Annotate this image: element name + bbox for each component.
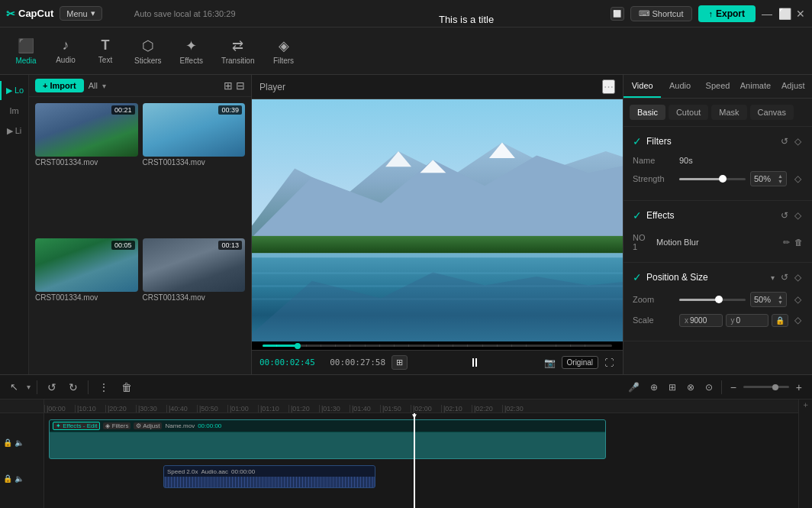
fullscreen-button[interactable]: ⛶	[603, 356, 615, 370]
video-clip[interactable]: ✦ Effects - Edit ◈ Filters ⚙ Adjust Name…	[49, 419, 606, 459]
strength-reset[interactable]: ◇	[793, 172, 803, 186]
library-sidebar-tab[interactable]: ▶ Li	[0, 121, 28, 141]
audio-lock-button[interactable]: 🔒	[3, 474, 12, 483]
subtab-basic[interactable]: Basic	[630, 105, 665, 120]
strength-up[interactable]: ▲	[778, 173, 783, 179]
zoom-down[interactable]: ▼	[778, 299, 783, 305]
tab-speed[interactable]: Speed	[699, 75, 736, 98]
effects-tag[interactable]: ✦ Effects - Edit	[53, 422, 100, 430]
undo-button[interactable]: ↺	[44, 379, 60, 396]
filename-0: CRST001334.mov	[35, 157, 138, 168]
track-button[interactable]: ⊞	[665, 380, 680, 395]
list-view[interactable]: ⊟	[236, 79, 245, 92]
zoom-up[interactable]: ▲	[778, 294, 783, 299]
position-history[interactable]: ◇	[793, 270, 803, 284]
strength-row: Strength 50% ▲ ▼ ◇	[633, 171, 803, 186]
media-item-2[interactable]: 00:05 CRST001334.mov	[35, 238, 138, 369]
zoom-input[interactable]: 50% ▲ ▼	[750, 292, 787, 307]
effect-number: NO 1	[633, 233, 652, 251]
copy-button[interactable]: ⊙	[701, 380, 717, 395]
video-track[interactable]: ✦ Effects - Edit ◈ Filters ⚙ Adjust Name…	[49, 419, 606, 459]
filters-tag[interactable]: ◈ Filters	[103, 422, 130, 429]
position-chevron[interactable]: ▾	[771, 273, 775, 282]
effect-delete-button[interactable]: 🗑	[794, 238, 803, 247]
tool-stickers[interactable]: ⬡ Stickers	[127, 33, 169, 70]
snapshot-button[interactable]: 📷	[543, 356, 557, 370]
subtab-mask[interactable]: Mask	[711, 105, 746, 120]
strength-input[interactable]: 50% ▲ ▼	[750, 171, 787, 186]
unlink-button[interactable]: ⊗	[683, 380, 698, 395]
audio-track[interactable]: Speed 2.0x Audio.aac 00:00:00	[163, 465, 375, 488]
position-reset[interactable]: ↺	[779, 270, 790, 284]
maximize-button[interactable]: ⬜	[778, 8, 789, 19]
subtab-cutout[interactable]: Cutout	[669, 105, 708, 120]
import-sidebar-tab[interactable]: Im	[0, 102, 28, 120]
shortcut-button[interactable]: ⌨ Shortcut	[630, 6, 692, 21]
grid-view[interactable]: ⊞	[224, 79, 233, 92]
filters-icon: ◈	[279, 37, 289, 54]
zoom-reset[interactable]: ◇	[793, 293, 803, 306]
audio-extract-button[interactable]: ⊕	[646, 380, 662, 395]
local-sidebar-tab[interactable]: ▶ Lo	[0, 81, 28, 100]
media-item-1[interactable]: 00:39 CRST001334.mov	[143, 103, 246, 234]
zoom-in-button[interactable]: +	[792, 379, 806, 396]
effects-history[interactable]: ◇	[793, 209, 803, 222]
monitor-icon[interactable]: ⬜	[611, 7, 624, 21]
mic-button[interactable]: 🎤	[624, 380, 643, 395]
tool-media[interactable]: ⬛ Media	[8, 33, 44, 70]
scale-x-input[interactable]: x 9000	[679, 314, 723, 327]
duration-3: 00:13	[218, 241, 242, 250]
tool-filters[interactable]: ◈ Filters	[266, 33, 302, 70]
subtab-canvas[interactable]: Canvas	[750, 105, 794, 120]
all-filter-label[interactable]: All	[89, 81, 98, 90]
tool-text[interactable]: T Text	[87, 33, 124, 69]
delete-button[interactable]: 🗑	[118, 379, 136, 396]
video-lock-button[interactable]: 🔒	[3, 438, 12, 447]
player-menu-button[interactable]: ⋯	[602, 79, 615, 94]
play-pause-button[interactable]: ⏸	[469, 356, 481, 370]
filters-reset[interactable]: ↺	[779, 134, 790, 148]
media-item-3[interactable]: 00:13 CRST001334.mov	[143, 238, 246, 369]
tool-audio[interactable]: ♪ Audio	[47, 33, 84, 69]
tool-effects[interactable]: ✦ Effects	[172, 33, 211, 70]
scale-y-input[interactable]: y 0	[726, 314, 769, 327]
zoom-slider[interactable]	[743, 386, 789, 388]
tool-transition[interactable]: ⇄ Transition	[214, 33, 263, 70]
select-chevron[interactable]: ▾	[27, 383, 31, 391]
audio-mute-button[interactable]: 🔈	[14, 474, 24, 483]
position-check[interactable]: ✓	[633, 271, 642, 283]
filters-check[interactable]: ✓	[633, 135, 642, 147]
strength-slider[interactable]	[679, 178, 746, 180]
select-tool-button[interactable]: ↖	[6, 379, 22, 395]
effects-check[interactable]: ✓	[633, 209, 642, 222]
minimize-button[interactable]: —	[762, 8, 772, 19]
project-title[interactable]: This is a title	[439, 14, 494, 25]
tab-video[interactable]: Video	[624, 75, 661, 98]
export-button[interactable]: ↑ Export	[698, 5, 756, 22]
strength-down[interactable]: ▼	[778, 179, 783, 184]
import-btn[interactable]: +Import	[35, 79, 84, 92]
tab-audio[interactable]: Audio	[661, 75, 698, 98]
zoom-out-button[interactable]: −	[727, 379, 740, 396]
close-button[interactable]: ✕	[795, 8, 806, 19]
effects-header: ✓ Effects ↺ ◇	[633, 209, 803, 222]
scale-lock-button[interactable]: 🔒	[772, 314, 788, 327]
progress-bar[interactable]	[263, 345, 612, 347]
effects-reset[interactable]: ↺	[779, 209, 790, 222]
media-item-0[interactable]: 00:21 CRST001334.mov	[35, 103, 138, 234]
scale-reset[interactable]: ◇	[793, 313, 803, 327]
original-badge[interactable]: Original	[562, 356, 598, 369]
tab-animate[interactable]: Animate	[736, 75, 774, 98]
split-button[interactable]: ⋮	[95, 379, 113, 396]
redo-button[interactable]: ↻	[65, 379, 82, 396]
audio-clip[interactable]: Speed 2.0x Audio.aac 00:00:00	[163, 465, 375, 488]
adjust-tag[interactable]: ⚙ Adjust	[134, 422, 162, 429]
grid-overlay-button[interactable]: ⊞	[392, 355, 408, 370]
zoom-slider[interactable]	[679, 299, 746, 301]
video-mute-button[interactable]: 🔈	[14, 438, 24, 447]
add-track-button[interactable]: +	[801, 403, 810, 407]
strength-label: Strength	[633, 174, 675, 183]
effect-edit-button[interactable]: ✏	[783, 238, 790, 248]
filters-history[interactable]: ◇	[793, 134, 803, 148]
tab-adjust[interactable]: Adjust	[775, 75, 812, 98]
